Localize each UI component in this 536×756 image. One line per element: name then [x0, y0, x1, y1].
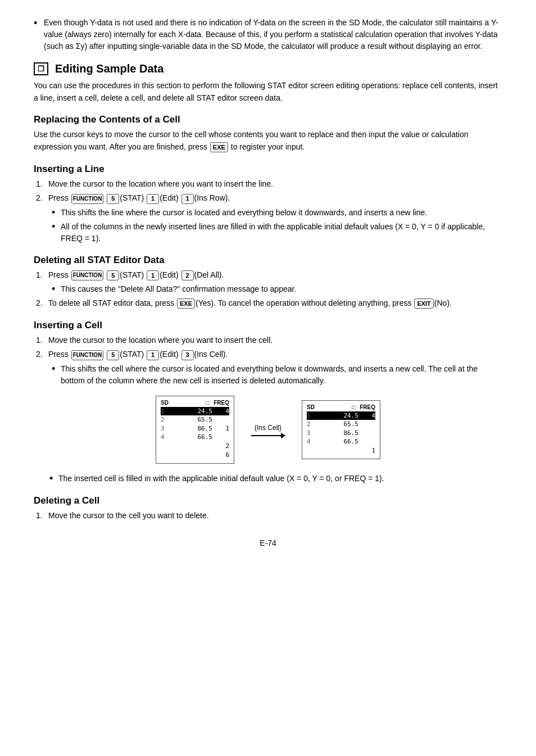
inserting-line-heading: Inserting a Line: [34, 164, 502, 175]
row-val: 24.5: [315, 411, 358, 420]
inserting-cell-bullet: • This shifts the cell where the cursor …: [52, 363, 502, 387]
exe-key: EXE: [177, 298, 195, 309]
key-3: 3: [181, 350, 194, 360]
bullet-dot: •: [49, 473, 58, 485]
inserting-cell-steps: 1. Move the cursor to the location where…: [36, 334, 502, 387]
row-val: 86.5: [315, 429, 358, 437]
row-num: 3: [161, 424, 169, 433]
screen-row-1: 1 24.5 4: [161, 407, 229, 415]
section-icon: ❐: [34, 62, 48, 75]
inserting-line-bullet1: • This shifts the line where the cursor …: [52, 207, 502, 219]
inserting-line-bullet2: • All of the columns in the newly insert…: [52, 221, 502, 245]
step-number: 1.: [36, 510, 48, 522]
step-number: 2.: [36, 192, 48, 205]
key-5: 5: [107, 270, 119, 280]
step2-content: Press FUNCTION 5(STAT) 1(Edit) 3(Ins Cel…: [48, 348, 228, 361]
arrow-line: [251, 435, 285, 436]
row-val: [169, 442, 212, 450]
key-2: 2: [181, 270, 194, 280]
row-freq: [358, 437, 375, 446]
exe-key: EXE: [210, 142, 228, 152]
replacing-body: Use the cursor keys to move the cursor t…: [34, 129, 502, 153]
sd-label: SD: [307, 404, 315, 410]
step1-text: Move the cursor to the cell you want to …: [48, 510, 209, 522]
ins-cell-label: (Ins Cell): [255, 424, 281, 432]
bullet-dot: •: [52, 363, 61, 375]
row-num: [161, 442, 169, 450]
intro-bullet-text: Even though Y-data is not used and there…: [44, 17, 502, 52]
row-freq: [358, 429, 375, 437]
row-freq: [212, 433, 229, 441]
row-freq: 1: [212, 424, 229, 433]
diagram-right: SD □ FREQ 1 24.5 4 2 65.5 3 86.5 4 66.: [302, 400, 380, 460]
deleting-all-step1: 1. Press FUNCTION 5(STAT) 1(Edit) 2(Del …: [36, 269, 502, 282]
step1-content: Press FUNCTION 5(STAT) 1(Edit) 2(Del All…: [48, 269, 224, 282]
bullet-dot: •: [52, 221, 61, 233]
deleting-cell-step1: 1. Move the cursor to the cell you want …: [36, 510, 502, 522]
step2-text: Press FUNCTION 5(STAT) 1(Edit) 1(Ins Row…: [48, 192, 230, 205]
inserting-cell-heading: Inserting a Cell: [34, 320, 502, 331]
screen-row-3: 3 86.5 1: [161, 424, 229, 433]
screen-bottom: 6: [161, 451, 229, 459]
row-num: 1: [161, 407, 169, 415]
step-number: 1.: [36, 334, 48, 347]
screen-row-4: 4 66.5: [161, 433, 229, 441]
inserted-cell-bullet: • The inserted cell is filled in with th…: [49, 473, 502, 485]
row-freq: 4: [212, 407, 229, 415]
row-val: 66.5: [169, 433, 212, 441]
screen-row-3: 3 86.5: [307, 429, 375, 437]
editing-sample-data-heading: ❐ Editing Sample Data: [34, 62, 502, 75]
inserting-line-step2: 2. Press FUNCTION 5(STAT) 1(Edit) 1(Ins …: [36, 192, 502, 205]
function-key: FUNCTION: [71, 194, 104, 204]
right-arrow: [251, 435, 285, 436]
row-num: 2: [307, 420, 315, 428]
bullet-text: This shifts the cell where the cursor is…: [61, 363, 502, 387]
bullet-dot: •: [52, 207, 61, 219]
section-intro: You can use the procedures in this secti…: [34, 80, 502, 104]
inserting-line-step1: 1. Move the cursor to the location where…: [36, 178, 502, 191]
screen-row-4: 4 66.5: [307, 437, 375, 446]
d-label: □: [352, 404, 355, 410]
exit-key: EXIT: [414, 298, 433, 309]
deleting-all-bullet1: • This causes the "Delete All Data?" con…: [52, 283, 502, 296]
step-number: 1.: [36, 178, 48, 191]
step1-text: Move the cursor to the location where yo…: [48, 178, 273, 191]
bullet-dot: •: [34, 17, 44, 30]
deleting-cell-heading: Deleting a Cell: [34, 495, 502, 506]
bullet-dot: •: [52, 283, 61, 296]
step1-text: Move the cursor to the location where yo…: [48, 334, 272, 347]
freq-label: FREQ: [214, 400, 229, 406]
key-1a: 1: [147, 194, 159, 204]
deleting-cell-steps: 1. Move the cursor to the cell you want …: [36, 510, 502, 522]
screen-row-5: 2: [161, 442, 229, 450]
key-1: 1: [147, 350, 159, 360]
key-5: 5: [107, 194, 119, 204]
screen-bottom: 1: [307, 447, 375, 454]
bullet-text: All of the columns in the newly inserted…: [61, 221, 502, 245]
page-number: E-74: [34, 538, 502, 547]
deleting-all-heading: Deleting all STAT Editor Data: [34, 255, 502, 266]
replacing-heading: Replacing the Contents of a Cell: [34, 114, 502, 125]
screen-row-2: 2 65.5: [161, 415, 229, 424]
deleting-all-step2: 2. To delete all STAT editor data, press…: [36, 297, 502, 310]
d-label: □: [206, 400, 209, 406]
row-num: 3: [307, 429, 315, 437]
inserting-cell-step1: 1. Move the cursor to the location where…: [36, 334, 502, 347]
key-1b: 1: [181, 194, 194, 204]
row-num: 4: [161, 433, 169, 441]
bullet-text: This causes the "Delete All Data?" confi…: [61, 283, 296, 295]
key-1: 1: [147, 270, 159, 280]
screen-header-left: SD □ FREQ: [161, 400, 229, 406]
screen-row-1: 1 24.5 4: [307, 411, 375, 420]
row-val: 86.5: [169, 424, 212, 433]
intro-section: • Even though Y-data is not used and the…: [34, 17, 502, 52]
freq-label: FREQ: [360, 404, 375, 410]
function-key: FUNCTION: [71, 350, 104, 360]
row-num: 1: [307, 411, 315, 420]
diagram-arrow-area: (Ins Cell): [251, 424, 285, 436]
row-val: 66.5: [315, 437, 358, 446]
row-num: 4: [307, 437, 315, 446]
step-number: 2.: [36, 297, 48, 310]
inserting-cell-step2: 2. Press FUNCTION 5(STAT) 1(Edit) 3(Ins …: [36, 348, 502, 361]
screen-header-right: SD □ FREQ: [307, 404, 375, 410]
